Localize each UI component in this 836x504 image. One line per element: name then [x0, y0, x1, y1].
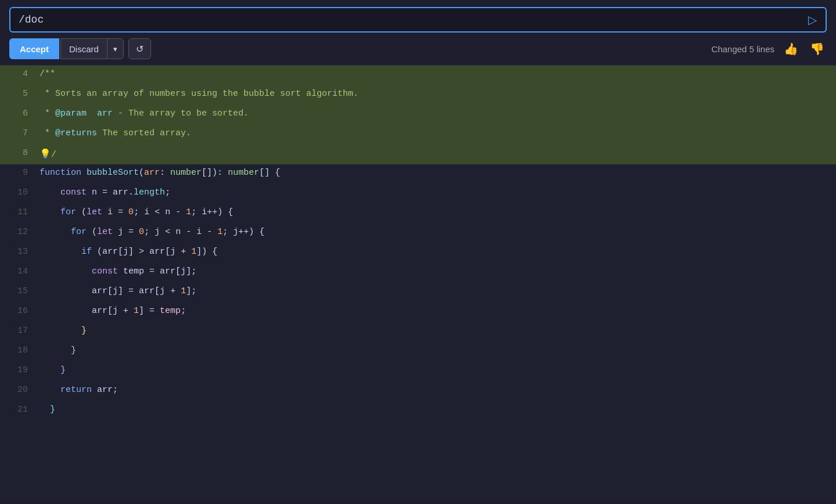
line-content-6: * @param arr - The array to be sorted. — [35, 105, 836, 125]
discard-chevron-button[interactable]: ▾ — [107, 38, 123, 59]
command-input[interactable] — [9, 7, 800, 33]
line-number-20: 20 — [0, 381, 35, 401]
line-content-11: for (let i = 0; i < n - 1; i++) { — [35, 204, 836, 224]
send-button[interactable]: ▷ — [799, 7, 827, 33]
line-number-5: 5 — [0, 85, 35, 105]
line-number-8: 8 — [0, 145, 35, 164]
thumbs-down-icon: 👎 — [810, 42, 824, 55]
line-number-18: 18 — [0, 342, 35, 362]
changed-lines-text: Changed 5 lines — [712, 44, 774, 54]
code-line-16: 16 arr[j + 1] = temp; — [0, 303, 836, 322]
refresh-icon: ↺ — [136, 44, 143, 54]
chevron-down-icon: ▾ — [113, 45, 117, 53]
input-row: ▷ — [9, 7, 827, 33]
code-line-12: 12 for (let j = 0; j < n - i - 1; j++) { — [0, 224, 836, 243]
line-number-6: 6 — [0, 105, 35, 125]
code-line-8: 8 💡/ — [0, 145, 836, 164]
line-number-19: 19 — [0, 362, 35, 381]
line-number-14: 14 — [0, 263, 35, 283]
line-number-16: 16 — [0, 303, 35, 322]
line-content-20: return arr; — [35, 381, 836, 401]
line-content-13: if (arr[j] > arr[j + 1]) { — [35, 243, 836, 263]
line-number-4: 4 — [0, 66, 35, 85]
line-content-4: /** — [35, 66, 836, 85]
code-line-13: 13 if (arr[j] > arr[j + 1]) { — [0, 243, 836, 263]
code-line-15: 15 arr[j] = arr[j + 1]; — [0, 283, 836, 303]
line-content-15: arr[j] = arr[j + 1]; — [35, 283, 836, 303]
line-content-9: function bubbleSort(arr: number[]): numb… — [35, 164, 836, 184]
code-line-4: 4 /** — [0, 66, 836, 85]
code-line-14: 14 const temp = arr[j]; — [0, 263, 836, 283]
code-line-7: 7 * @returns The sorted array. — [0, 125, 836, 145]
line-content-18: } — [35, 342, 836, 362]
line-number-13: 13 — [0, 243, 35, 263]
line-number-15: 15 — [0, 283, 35, 303]
line-content-12: for (let j = 0; j < n - i - 1; j++) { — [35, 224, 836, 243]
code-line-18: 18 } — [0, 342, 836, 362]
code-line-21: 21 } — [0, 401, 836, 421]
thumbs-down-button[interactable]: 👎 — [808, 39, 827, 58]
line-number-10: 10 — [0, 184, 35, 204]
line-content-10: const n = arr.length; — [35, 184, 836, 204]
code-line-11: 11 for (let i = 0; i < n - 1; i++) { — [0, 204, 836, 224]
line-number-9: 9 — [0, 164, 35, 184]
code-line-17: 17 } — [0, 322, 836, 342]
thumbs-up-button[interactable]: 👍 — [781, 39, 801, 58]
line-content-8: 💡/ — [35, 145, 836, 164]
top-bar: ▷ Accept Discard ▾ ↺ Changed 5 lines 👍 👎 — [0, 0, 836, 66]
code-line-9: 9 function bubbleSort(arr: number[]): nu… — [0, 164, 836, 184]
line-number-17: 17 — [0, 322, 35, 342]
actions-row: Accept Discard ▾ ↺ Changed 5 lines 👍 👎 — [9, 38, 827, 59]
code-line-20: 20 return arr; — [0, 381, 836, 401]
line-number-7: 7 — [0, 125, 35, 145]
accept-button[interactable]: Accept — [9, 38, 59, 59]
send-icon: ▷ — [808, 13, 817, 27]
code-line-10: 10 const n = arr.length; — [0, 184, 836, 204]
line-number-12: 12 — [0, 224, 35, 243]
input-wrapper: ▷ — [9, 7, 827, 33]
line-number-11: 11 — [0, 204, 35, 224]
discard-group: Discard ▾ — [60, 38, 124, 59]
line-content-19: } — [35, 362, 836, 381]
line-content-16: arr[j + 1] = temp; — [35, 303, 836, 322]
code-line-6: 6 * @param arr - The array to be sorted. — [0, 105, 836, 125]
line-content-21: } — [35, 401, 836, 421]
refresh-button[interactable]: ↺ — [128, 38, 151, 59]
code-line-19: 19 } — [0, 362, 836, 381]
line-content-14: const temp = arr[j]; — [35, 263, 836, 283]
changed-lines-info: Changed 5 lines 👍 👎 — [712, 39, 827, 58]
line-content-17: } — [35, 322, 836, 342]
line-number-21: 21 — [0, 401, 35, 421]
code-line-5: 5 * Sorts an array of numbers using the … — [0, 85, 836, 105]
line-content-5: * Sorts an array of numbers using the bu… — [35, 85, 836, 105]
line-content-7: * @returns The sorted array. — [35, 125, 836, 145]
thumbs-up-icon: 👍 — [784, 42, 798, 55]
code-editor: 4 /** 5 * Sorts an array of numbers usin… — [0, 66, 836, 500]
discard-button[interactable]: Discard — [61, 38, 107, 59]
